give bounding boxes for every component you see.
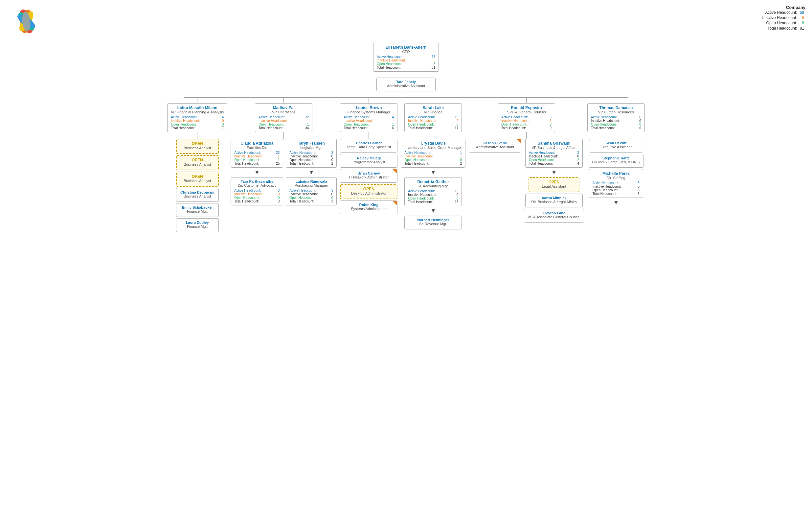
total-value: 81 (799, 26, 806, 31)
vp4-card[interactable]: Sarah Lake VP Finance Active Headcount:1… (404, 103, 462, 132)
emily-card[interactable]: Emily Schabacker Finance Mgr. (176, 203, 219, 217)
company-logo (6, 5, 46, 38)
vp3-card[interactable]: Louise Brown Finance Systems Manager Act… (340, 103, 398, 132)
claudia-card[interactable]: Claudia Adriazola Facilities Dir. Active… (231, 139, 283, 168)
open-legal-card[interactable]: OPEN Legal Assistant (528, 177, 579, 192)
company-title: Company (761, 5, 806, 10)
cfo-card[interactable]: Elisabeth Bahs-Ahern CFO Active Headcoun… (373, 43, 439, 72)
open-value: 8 (799, 20, 806, 26)
vp-column-4: Sarah Lake VP Finance Active Headcount:1… (401, 97, 465, 229)
open-label: Open Headcount: (761, 20, 799, 26)
norbert-card[interactable]: Norbert Henninger Sr. Revenue Mgr. (404, 216, 462, 229)
charles-card[interactable]: Charles Barber Temp. Data Entry Speciali… (340, 139, 398, 153)
rajeev-card[interactable]: Rajeev Malagi Programmer Analyst (340, 154, 398, 168)
open-desktop-card[interactable]: OPEN Desktop Administrator (340, 184, 398, 199)
vp-column-3: Louise Brown Finance Systems Manager Act… (340, 97, 398, 214)
inactive-value: 5 (799, 15, 806, 20)
vp2-card[interactable]: Madhav Pai VP Operations Active Headcoun… (255, 103, 312, 132)
cfo-name: Elisabeth Bahs-Ahern (377, 45, 435, 50)
vp-column-2: Madhav Pai VP Operations Active Headcoun… (231, 97, 337, 206)
stephanie-card[interactable]: Stephanie Ratte HR Mgr - Comp, Ben, & HR… (589, 154, 643, 168)
jason-card[interactable]: Jason Givens Administrative Assistant (469, 139, 521, 153)
open-card-3[interactable]: OPEN Business Analyst (176, 171, 219, 187)
inactive-label: Inactive Headcount: (761, 15, 799, 20)
vp-column-6: Thomas Damassa VP Human Resources Active… (587, 97, 645, 208)
stats-table: Active Headcount: 68 Inactive Headcount:… (761, 10, 806, 31)
christina-card[interactable]: Christina Deconcini Business Analyst (176, 188, 219, 202)
cfo-title: CFO (377, 50, 435, 54)
page: Company Active Headcount: 68 Inactive He… (0, 0, 812, 519)
robin-card[interactable]: Robin King Systems Administrator (340, 200, 398, 214)
vp-column-5: Ronald Esposito SVP & General Counsel Ac… (469, 97, 584, 222)
company-stats: Company Active Headcount: 68 Inactive He… (761, 5, 806, 31)
lubaina-card[interactable]: Lubaina Rangwala Purchasing Manager Acti… (286, 177, 337, 206)
admin-title: Administrative Assistant (380, 84, 432, 88)
admin-name: Tato Janely (380, 80, 432, 84)
admin-assistant-card[interactable]: Tato Janely Administrative Assistant (376, 78, 436, 91)
active-value: 68 (799, 10, 806, 15)
vp5-card[interactable]: Ronald Esposito SVP & General Counsel Ac… (498, 103, 555, 132)
open-card-2[interactable]: OPEN Business Analyst (176, 155, 219, 170)
aaron-card[interactable]: Aaron Minnick Dir. Business & Legal Affa… (525, 194, 583, 208)
brian-card[interactable]: Brian Carney IT Network Administrator (340, 169, 398, 183)
total-label: Total Headcount: (761, 26, 799, 31)
sean-card[interactable]: Sean DeWitt Executive Assistant (589, 139, 643, 153)
laura-card[interactable]: Laura Dooley Finance Mgr. (176, 218, 219, 232)
michelle-card[interactable]: Michelle Perez Dir. Staffing Active Head… (589, 169, 643, 198)
vp6-card[interactable]: Thomas Damassa VP Human Resources Active… (587, 103, 645, 132)
demetria-card[interactable]: Demetria Gaither Sr. Accounting Mgr. Act… (404, 177, 462, 206)
taryn-card[interactable]: Taryn Fransen Logistics Mgr. Active Head… (286, 139, 337, 168)
tara-card[interactable]: Tara Parthasarathy Dir. Customer Advocac… (231, 177, 283, 206)
vp1-card[interactable]: Indira Masullo Milano VP Financial Plann… (167, 103, 227, 132)
sahana-card[interactable]: Sahana Goswami VP Business & Legal Affai… (525, 139, 583, 168)
open-card-1[interactable]: OPEN Business Analyst (176, 139, 219, 154)
crystal-card[interactable]: Crystal Davis Inventory and Sales Order … (401, 139, 465, 168)
active-label: Active Headcount: (761, 10, 799, 15)
clayton-card[interactable]: Clayton Lane VP & Associate General Coun… (524, 209, 584, 222)
vp-column-1: Indira Masullo Milano VP Financial Plann… (167, 97, 227, 232)
